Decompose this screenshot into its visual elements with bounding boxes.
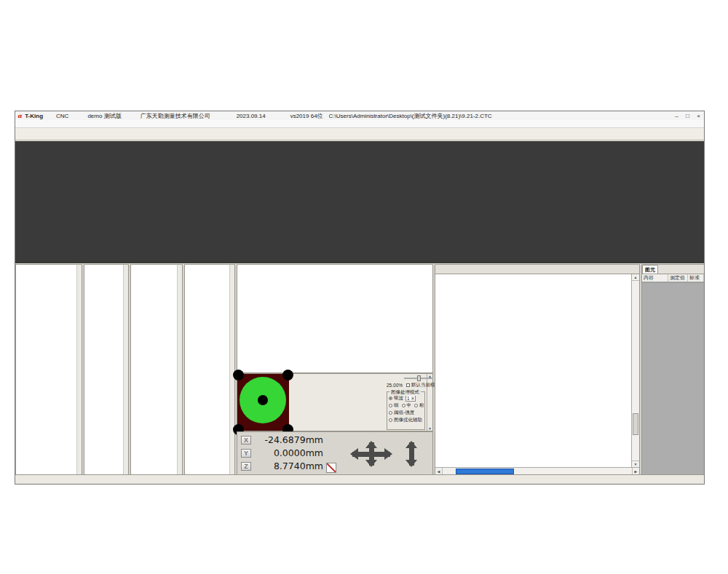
fine-radio[interactable] — [389, 404, 392, 407]
main-area: 25.00% 默认当前模式 图像处理模式 噪波 1▾ — [15, 264, 705, 476]
close-button[interactable]: × — [693, 113, 704, 119]
detail-col-measured: 测定值 — [668, 274, 688, 282]
medium-label: 中 — [407, 402, 412, 409]
element-list-panel-1[interactable] — [15, 264, 82, 476]
light-options: 25.00% 默认当前模式 图像处理模式 噪波 1▾ — [385, 374, 427, 431]
title-bar: α T-King CNC demo 测试版 广东天勤测量技术有限公司 2023.… — [15, 111, 704, 120]
noise-radio[interactable] — [389, 396, 392, 400]
threshold-radio[interactable] — [389, 411, 392, 415]
coordinate-readout: X -24.6879mm Y 0.0000mm Z 8.7740mm — [237, 431, 433, 476]
build-info: vs2019 64位 — [290, 112, 323, 120]
table-grid — [435, 274, 631, 467]
table-tabs — [435, 265, 639, 274]
z-jog-arrows-icon[interactable] — [409, 442, 414, 466]
minimize-button[interactable]: – — [671, 113, 682, 119]
maximize-button[interactable]: □ — [682, 113, 693, 119]
diagonal-move-button[interactable] — [326, 463, 336, 473]
ring-light-preview[interactable] — [237, 374, 289, 431]
master-light-percent: 25.00% — [387, 383, 403, 388]
scroll-up-arrow-icon[interactable]: ▲ — [632, 274, 639, 281]
detail-panel-empty-area — [642, 282, 704, 475]
company-name: 广东天勤测量技术有限公司 — [141, 112, 210, 120]
file-path: C:\Users\Administrator\Desktop\(测试文件夹)(8… — [329, 112, 671, 120]
element-detail-panel: 图元 内容 测定值 标准值 — [641, 264, 705, 476]
horizontal-scroll-thumb[interactable] — [456, 469, 514, 474]
light-sliders — [301, 374, 385, 431]
z-coordinate-value: 8.7740mm — [256, 461, 323, 471]
x-axis-icon: X — [241, 436, 251, 445]
optimize-label: 图像优化辅助 — [394, 417, 422, 423]
image-mode-group: 图像处理模式 噪波 1▾ 细 中 — [387, 391, 425, 430]
tab-element[interactable]: 图元 — [642, 265, 658, 274]
toolbar — [15, 128, 704, 140]
default-mode-checkbox[interactable] — [406, 383, 410, 387]
coarse-label: 粗 — [419, 402, 424, 409]
document-name: demo 测试版 — [87, 112, 121, 120]
element-list-panel-3[interactable] — [130, 264, 183, 476]
ring-light-circle-icon[interactable] — [240, 377, 286, 423]
center-column: 25.00% 默认当前模式 图像处理模式 噪波 1▾ — [237, 264, 433, 476]
measurement-data-table: ▲ ▼ ◀ ▶ — [435, 264, 640, 476]
app-logo: α — [17, 112, 22, 119]
image-mode-group-title: 图像处理模式 — [389, 389, 421, 396]
detail-col-standard: 标准值 — [688, 274, 704, 282]
status-bar — [15, 474, 704, 484]
master-light-slider[interactable] — [404, 378, 433, 379]
table-vertical-scrollbar[interactable]: ▲ ▼ — [631, 274, 639, 467]
element-list-panel-4[interactable] — [184, 264, 235, 476]
title-date: 2023.09.14 — [237, 113, 266, 119]
vertical-scroll-thumb[interactable] — [633, 413, 638, 435]
corner-led-icon — [233, 370, 244, 380]
measure-toolbox — [237, 264, 433, 373]
element-list-panel-2[interactable] — [84, 264, 129, 476]
corner-led-icon — [282, 370, 293, 380]
app-module: CNC — [56, 113, 68, 119]
x-coordinate-value: -24.6879mm — [256, 434, 323, 445]
y-axis-icon: Y — [241, 449, 251, 458]
light-control-panel: 25.00% 默认当前模式 图像处理模式 噪波 1▾ — [237, 373, 433, 431]
app-name: T-King — [25, 113, 43, 119]
medium-radio[interactable] — [402, 404, 405, 407]
menu-bar — [15, 120, 704, 128]
coarse-radio[interactable] — [414, 404, 418, 407]
z-axis-icon: Z — [241, 462, 251, 471]
camera-row — [15, 141, 705, 263]
threshold-label: 阈值-强度 — [394, 410, 414, 416]
detail-col-content: 内容 — [642, 274, 668, 282]
app-window: α T-King CNC demo 测试版 广东天勤测量技术有限公司 2023.… — [15, 111, 705, 485]
y-coordinate-value: 0.0000mm — [256, 447, 323, 458]
y-jog-arrows-icon[interactable] — [369, 442, 374, 466]
optimize-radio[interactable] — [389, 418, 392, 422]
fine-label: 细 — [394, 402, 399, 409]
scroll-down-arrow-icon[interactable]: ▼ — [632, 461, 639, 467]
light-mode-buttons — [289, 374, 301, 431]
